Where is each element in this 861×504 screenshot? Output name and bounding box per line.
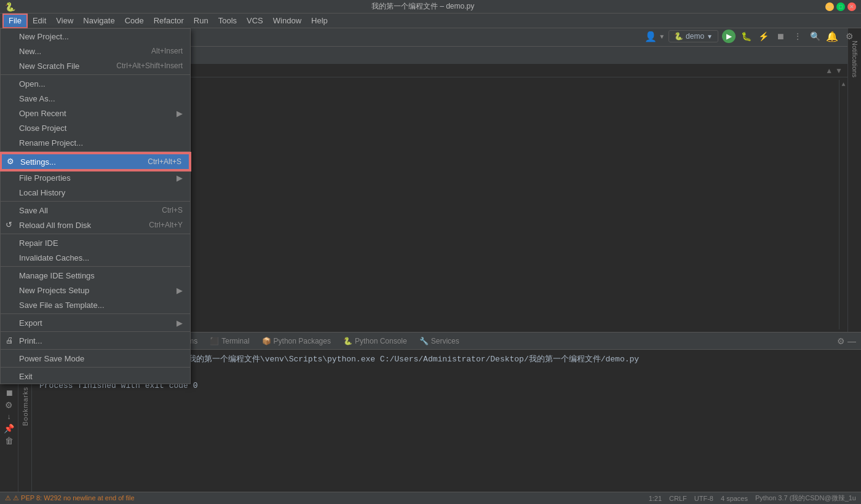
menu-new-project[interactable]: New Project... <box>1 29 190 44</box>
right-panel: Notifications <box>847 28 861 332</box>
menu-new-projects-setup[interactable]: New Projects Setup ▶ <box>1 283 190 297</box>
title-text: 我的第一个编程文件 – demo.py <box>20 1 825 12</box>
tab-python-console[interactable]: 🐍 Python Console <box>337 333 413 350</box>
rename-icon <box>6 138 15 148</box>
breadcrumb-down[interactable]: ▼ <box>835 66 843 75</box>
run-panel-delete[interactable]: 🗑 <box>5 436 14 446</box>
python-version-text: Python 3.7 (我的CSDN@微辣_1u <box>755 494 856 503</box>
search-everywhere-button[interactable]: 🔍 <box>808 30 822 43</box>
editor-scrollbar[interactable]: ▲ <box>839 80 847 329</box>
template-icon <box>6 300 15 310</box>
breadcrumb-up[interactable]: ▲ <box>825 66 833 75</box>
minimize-button[interactable]: — <box>825 2 834 11</box>
menu-navigate[interactable]: Navigate <box>78 14 119 28</box>
tab-services[interactable]: 🔧 Services <box>413 333 466 350</box>
menu-settings[interactable]: ⚙ Settings... Ctrl+Alt+S <box>1 153 190 170</box>
user-dropdown-arrow[interactable]: ▼ <box>659 33 665 40</box>
update-button[interactable]: 🔔 <box>825 30 839 43</box>
run-config-label: demo <box>686 32 704 41</box>
close-button[interactable]: ✕ <box>847 2 856 11</box>
terminal-label: Terminal <box>221 337 249 345</box>
bottom-settings-btn[interactable]: ⚙ <box>837 336 845 346</box>
bottom-hide-btn[interactable]: — <box>847 336 856 346</box>
menu-run[interactable]: Run <box>189 14 213 28</box>
menu-manage-ide[interactable]: Manage IDE Settings <box>1 268 190 283</box>
file-props-icon <box>6 173 15 183</box>
settings-top-button[interactable]: ⚙ <box>843 30 856 43</box>
run-panel-stop[interactable]: ⏹ <box>5 388 14 398</box>
menu-invalidate-caches[interactable]: Invalidate Caches... <box>1 250 190 265</box>
separator-6 <box>1 313 190 314</box>
file-dropdown-menu: New Project... New... Alt+Insert New Scr… <box>0 28 191 384</box>
tab-python-packages[interactable]: 📦 Python Packages <box>256 333 337 350</box>
new-projects-arrow: ▶ <box>177 286 183 295</box>
run-panel-scroll-down[interactable]: ↓ <box>7 412 11 421</box>
run-panel-settings[interactable]: ⚙ <box>5 400 13 410</box>
run-config-selector[interactable]: 🐍 demo ▼ <box>669 30 718 42</box>
status-indent[interactable]: 4 spaces <box>721 494 748 503</box>
status-bar: ⚠ ⚠ PEP 8: W292 no newline at end of fil… <box>0 492 861 504</box>
status-python-version[interactable]: Python 3.7 (我的CSDN@微辣_1u <box>755 494 856 503</box>
scroll-up[interactable]: ▲ <box>841 81 845 88</box>
new-project-icon <box>6 31 15 41</box>
menu-window[interactable]: Window <box>268 14 306 28</box>
menu-file[interactable]: File <box>2 14 28 28</box>
open-recent-arrow: ▶ <box>177 109 183 118</box>
save-as-icon <box>6 93 15 103</box>
line-ending-text: CRLF <box>669 495 687 502</box>
reload-icon: ↺ <box>6 220 15 230</box>
settings-icon: ⚙ <box>7 157 17 167</box>
menu-reload-all[interactable]: ↺ Reload All from Disk Ctrl+Alt+Y <box>1 218 190 232</box>
user-icon[interactable]: 👤 <box>645 31 657 42</box>
menu-export[interactable]: Export ▶ <box>1 315 190 330</box>
manage-icon <box>6 270 15 280</box>
separator-1 <box>1 74 190 75</box>
menu-edit[interactable]: Edit <box>28 14 51 28</box>
status-position[interactable]: 1:21 <box>649 494 662 503</box>
menu-new-scratch[interactable]: New Scratch File Ctrl+Alt+Shift+Insert <box>1 58 190 73</box>
history-icon <box>6 187 15 197</box>
menu-local-history[interactable]: Local History <box>1 185 190 200</box>
tab-terminal[interactable]: ⬛ Terminal <box>204 333 255 350</box>
maximize-button[interactable]: □ <box>836 2 845 11</box>
menu-power-save[interactable]: Power Save Mode <box>1 351 190 366</box>
menu-new[interactable]: New... Alt+Insert <box>1 44 190 58</box>
notifications-label[interactable]: Notifications <box>851 41 859 77</box>
menu-open-recent[interactable]: Open Recent ▶ <box>1 106 190 120</box>
file-props-arrow: ▶ <box>177 173 183 183</box>
run-panel-pin[interactable]: 📌 <box>4 423 14 433</box>
bookmarks-label[interactable]: Bookmarks <box>22 387 29 426</box>
menu-print[interactable]: 🖨 Print... <box>1 333 190 348</box>
status-warning[interactable]: ⚠ ⚠ PEP 8: W292 no newline at end of fil… <box>5 494 135 502</box>
status-line-ending[interactable]: CRLF <box>669 494 687 503</box>
run-button[interactable]: ▶ <box>722 30 736 43</box>
status-encoding[interactable]: UTF-8 <box>694 494 713 503</box>
menu-file-properties[interactable]: File Properties ▶ <box>1 170 190 185</box>
warning-text: ⚠ PEP 8: W292 no newline at end of file <box>13 494 135 502</box>
new-projects-icon <box>6 285 15 295</box>
menu-code[interactable]: Code <box>120 14 149 28</box>
menu-save-template[interactable]: Save File as Template... <box>1 297 190 312</box>
menu-save-as[interactable]: Save As... <box>1 91 190 106</box>
status-right: 1:21 CRLF UTF-8 4 spaces Python 3.7 (我的C… <box>649 494 856 503</box>
menu-view[interactable]: View <box>51 14 78 28</box>
repair-icon <box>6 238 15 248</box>
more-run-button[interactable]: ⋮ <box>791 30 804 43</box>
menu-refactor[interactable]: Refactor <box>149 14 189 28</box>
run-config-arrow: ▼ <box>707 33 713 40</box>
menu-tools[interactable]: Tools <box>213 14 242 28</box>
menu-help[interactable]: Help <box>306 14 333 28</box>
coverage-button[interactable]: ⚡ <box>756 30 770 43</box>
debug-button[interactable]: 🐛 <box>739 30 753 43</box>
stop-button[interactable]: ⏹ <box>774 30 787 43</box>
menu-close-project[interactable]: Close Project <box>1 120 190 135</box>
menu-rename-project[interactable]: Rename Project... <box>1 135 190 150</box>
menu-exit[interactable]: Exit <box>1 369 190 384</box>
close-project-icon <box>6 123 15 133</box>
menu-vcs[interactable]: VCS <box>242 14 268 28</box>
export-icon <box>6 318 15 328</box>
menu-open[interactable]: Open... <box>1 76 190 91</box>
warning-icon: ⚠ <box>5 494 11 502</box>
menu-repair-ide[interactable]: Repair IDE <box>1 235 190 250</box>
menu-save-all[interactable]: Save All Ctrl+S <box>1 203 190 218</box>
